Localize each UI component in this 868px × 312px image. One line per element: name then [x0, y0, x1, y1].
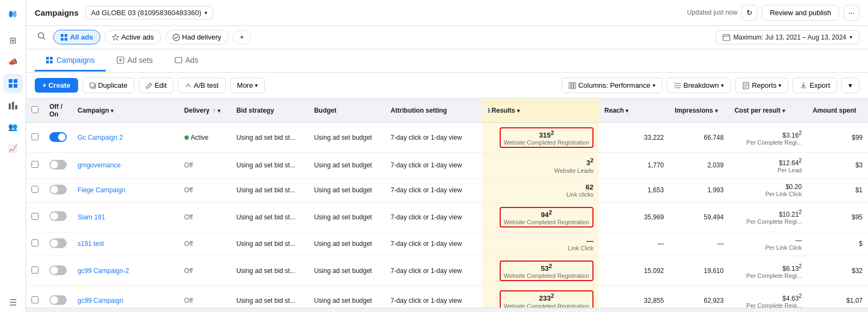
svg-line-9 [43, 38, 46, 40]
breakdown-label: Breakdown [684, 81, 719, 89]
campaign-toggle[interactable] [49, 160, 67, 170]
refresh-button[interactable]: ↻ [742, 5, 757, 21]
campaign-link[interactable]: s191 test [78, 240, 104, 248]
add-filter-button[interactable]: + [233, 30, 251, 44]
attribution-header[interactable]: Attribution setting [385, 99, 482, 123]
more-label: More [237, 81, 253, 89]
table-row: s191 test Off Using ad set bid st... Usi… [26, 232, 868, 256]
svg-rect-31 [574, 82, 576, 89]
campaign-toggle[interactable] [49, 185, 67, 194]
row-checkbox[interactable] [31, 213, 39, 220]
row-checkbox[interactable] [31, 239, 39, 246]
chevron-down-icon: ▾ [205, 10, 207, 16]
row-checkbox-cell[interactable] [26, 286, 44, 308]
tab-ads[interactable]: Ads [164, 50, 209, 72]
amount-spent-header[interactable]: Amount spent [807, 99, 868, 123]
export-button[interactable]: Export [793, 77, 837, 93]
impressions-header[interactable]: Impressions ▾ [669, 99, 729, 123]
all-ads-filter[interactable]: All ads [53, 30, 100, 44]
cost-per-result-cell: $10.212Per Complete Regi... [729, 202, 807, 232]
row-checkbox[interactable] [31, 266, 39, 274]
more-options-button[interactable]: ··· [844, 5, 859, 21]
search-button[interactable] [35, 29, 49, 45]
svg-rect-22 [50, 61, 53, 63]
row-checkbox[interactable] [31, 133, 39, 140]
review-publish-button[interactable]: Review and publish [762, 5, 839, 21]
campaign-header[interactable]: Campaign ▾ [72, 99, 179, 123]
updated-text: Updated just now [687, 9, 737, 16]
amount-spent-cell: $1 [807, 178, 868, 202]
reports-button[interactable]: Reports ▾ [735, 77, 789, 93]
tab-campaigns[interactable]: Campaigns [35, 50, 106, 72]
attribution-cell: 7-day click or 1-day view [385, 153, 482, 178]
campaign-link[interactable]: gmgovernance [78, 161, 120, 169]
row-checkbox[interactable] [31, 161, 39, 168]
date-range-picker[interactable]: Maximum: Jul 13, 2021 – Aug 13, 2024 ▾ [716, 30, 859, 44]
had-delivery-filter[interactable]: Had delivery [165, 30, 228, 44]
abtest-label: A/B test [194, 81, 219, 89]
delivery-cell: Active [179, 122, 231, 152]
analytics-icon[interactable]: 📈 [3, 139, 23, 158]
edit-label: Edit [155, 81, 167, 89]
columns-chevron-icon: ▾ [653, 82, 655, 88]
budget-cell: Using ad set budget [309, 122, 385, 152]
campaign-toggle[interactable] [49, 211, 67, 221]
create-button[interactable]: + Create [35, 78, 78, 93]
select-all-header[interactable] [26, 99, 44, 123]
attribution-cell: 7-day click or 1-day view [385, 256, 482, 285]
row-checkbox-cell[interactable] [26, 178, 44, 202]
table-row: Gc Campaign 2 Active Using ad set bid st… [26, 122, 868, 152]
cost-per-result-header[interactable]: Cost per result ▾ [729, 99, 807, 123]
breakdown-button[interactable]: Breakdown ▾ [667, 77, 731, 93]
delivery-status: Off [184, 267, 193, 275]
account-selector[interactable]: Ad GLOBE 03 (810958360483360) ▾ [85, 6, 213, 20]
scrollbar[interactable] [26, 308, 868, 312]
delivery-cell: Off [179, 232, 231, 256]
results-header[interactable]: ℹ Results ▾ [482, 99, 599, 123]
campaign-toggle[interactable] [49, 295, 67, 305]
columns-button[interactable]: Columns: Performance ▾ [561, 77, 662, 93]
row-checkbox-cell[interactable] [26, 232, 44, 256]
duplicate-button[interactable]: Duplicate [82, 77, 135, 93]
impressions-cell: 19,610 [669, 256, 729, 285]
row-checkbox-cell[interactable] [26, 256, 44, 285]
campaign-toggle[interactable] [49, 132, 67, 142]
campaign-link[interactable]: Siam 191 [78, 213, 105, 221]
row-checkbox[interactable] [31, 186, 39, 193]
chart-bar-icon[interactable] [3, 95, 23, 115]
row-checkbox[interactable] [31, 296, 39, 303]
active-dot [184, 135, 189, 140]
megaphone-icon[interactable]: 📣 [3, 52, 23, 72]
campaign-link[interactable]: gc99 Campaign [78, 297, 123, 304]
campaign-link[interactable]: Fiege Campaign [78, 186, 125, 194]
bid-strategy-cell: Using ad set bid st... [231, 256, 309, 285]
budget-header[interactable]: Budget [309, 99, 385, 123]
abtest-button[interactable]: A/B test [178, 77, 226, 93]
menu-icon[interactable]: ☰ [3, 292, 23, 312]
bid-strategy-header[interactable]: Bid strategy [231, 99, 309, 123]
export-more-button[interactable]: ▾ [841, 77, 859, 93]
svg-rect-6 [12, 102, 14, 109]
more-button[interactable]: More ▾ [230, 77, 265, 93]
row-checkbox-cell[interactable] [26, 153, 44, 178]
campaign-link[interactable]: Gc Campaign 2 [78, 134, 123, 141]
create-label: + Create [42, 81, 71, 89]
people-icon[interactable]: 👥 [3, 117, 23, 136]
edit-button[interactable]: Edit [139, 77, 174, 93]
campaign-toggle[interactable] [49, 238, 67, 248]
reach-header[interactable]: Reach ▾ [599, 99, 669, 123]
campaign-link[interactable]: gc99 Campaign-2 [78, 267, 129, 275]
bid-strategy-cell: Using ad set bid st... [231, 232, 309, 256]
active-ads-filter[interactable]: Active ads [105, 30, 161, 44]
campaign-toggle[interactable] [49, 265, 67, 275]
row-checkbox-cell[interactable] [26, 122, 44, 152]
meta-logo[interactable] [3, 4, 23, 24]
tab-adsets[interactable]: Ad sets [106, 50, 164, 72]
campaigns-table: Off /On Campaign ▾ Delivery ↑ ▾ Bid stra… [26, 99, 868, 308]
breakdown-chevron-icon: ▾ [721, 82, 724, 88]
row-checkbox-cell[interactable] [26, 202, 44, 232]
grid-icon[interactable] [3, 74, 23, 93]
delivery-header[interactable]: Delivery ↑ ▾ [179, 99, 231, 123]
select-all-checkbox[interactable] [31, 106, 39, 113]
home-icon[interactable]: ⊞ [3, 30, 23, 50]
